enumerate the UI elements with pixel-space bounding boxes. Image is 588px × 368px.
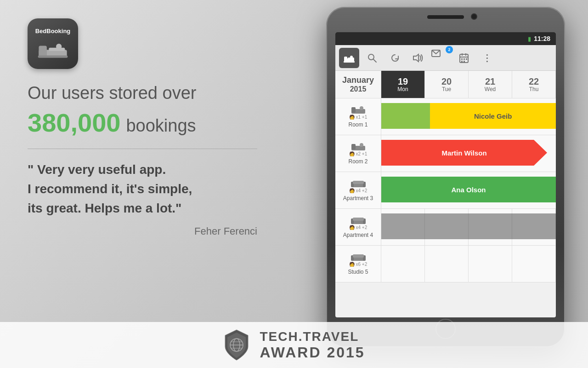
headline-suffix: bookings [126, 116, 196, 136]
booking-area-1[interactable]: Nicole Geib [381, 98, 556, 135]
room-info-4: 🧑 x4 +2 Apartment 4 [335, 209, 381, 245]
status-time: 11:28 [534, 35, 550, 42]
phone-body: ▮ 11:28 [326, 7, 565, 347]
left-panel: BedBooking Our users stored over 380,000… [0, 0, 303, 331]
home-button[interactable] [339, 48, 359, 68]
room-info-3: 🧑 x4 +2 Apartment 3 [335, 172, 381, 208]
grid-line [469, 209, 512, 245]
day-name-wed: Wed [485, 86, 496, 92]
room2-name: Room 2 [348, 158, 368, 165]
sound-icon [413, 53, 424, 63]
booking-area-3[interactable]: Ana Olson [381, 172, 556, 208]
award-shield-icon [223, 329, 250, 361]
day-col-21[interactable]: 21 Wed [469, 71, 512, 98]
day-name-mon: Mon [397, 86, 408, 92]
headline-number: 380,000 [28, 108, 120, 138]
bed-room-icon-1 [351, 105, 365, 115]
room-info-2: 🧑 x2 +1 Room 2 [335, 135, 381, 172]
room-row-3: 🧑 x4 +2 Apartment 3 Ana Olson [335, 172, 556, 209]
app-icon-title: BedBooking [35, 28, 71, 34]
svg-rect-24 [351, 107, 356, 113]
apt3-name: Apartment 3 [343, 195, 373, 201]
notifications-button[interactable]: 2 [431, 48, 451, 68]
sofa-icon-5 [351, 253, 366, 262]
booking-area-2[interactable]: Martin Wilson [381, 135, 556, 172]
quote-author: Feher Ferenci [28, 225, 257, 237]
room1-capacity: 🧑 x1 +1 [349, 115, 368, 120]
award-year: AWARD 2015 [260, 344, 365, 361]
grid-line [425, 209, 469, 245]
grid-line [469, 246, 512, 282]
quote-text: " Very very useful app. I recommend it, … [28, 160, 192, 218]
grid-line [512, 246, 556, 282]
svg-rect-32 [353, 181, 364, 184]
bed-icon-svg [37, 37, 69, 60]
room-info-1: 🧑 x1 +1 Room 1 [335, 98, 381, 135]
room-row-5: 🧑 x6 +2 Studio 5 [335, 246, 556, 282]
calendar-header: January 2015 19 Mon 20 Tue 21 Wed 22 T [335, 71, 556, 98]
room-info-5: 🧑 x6 +2 Studio 5 [335, 246, 381, 282]
calendar-icon [459, 53, 469, 63]
calendar-button[interactable] [454, 48, 474, 68]
booking-name-martin: Martin Wilson [441, 149, 486, 157]
booking-yellow-part: Nicole Geib [430, 103, 556, 129]
room1-name: Room 1 [348, 121, 368, 128]
apt4-name: Apartment 4 [343, 232, 373, 238]
headline-line1: Our users stored over [28, 83, 196, 104]
award-title: TECH.TRAVEL [260, 329, 359, 344]
booking-ana-olson[interactable]: Ana Olson [381, 177, 556, 202]
room-row-2: 🧑 x2 +1 Room 2 Martin Wilson [335, 135, 556, 172]
svg-rect-21 [461, 61, 463, 62]
headline-number-line: 380,000 bookings [28, 108, 196, 138]
app-toolbar: 2 ⋮ [335, 45, 556, 71]
bed-room-icon-2 [351, 142, 365, 151]
booking-nicole-geib[interactable]: Nicole Geib [381, 103, 556, 129]
svg-marker-12 [413, 54, 418, 62]
booking-name-nicole: Nicole Geib [474, 112, 512, 120]
booking-name-ana: Ana Olson [451, 186, 486, 194]
grid-line [512, 209, 556, 245]
svg-rect-40 [353, 254, 364, 258]
phone-speaker [427, 15, 464, 19]
sofa-icon-4 [351, 216, 366, 225]
more-icon: ⋮ [482, 52, 492, 63]
more-button[interactable]: ⋮ [477, 48, 497, 68]
booking-area-4[interactable] [381, 209, 556, 245]
svg-point-10 [368, 54, 374, 60]
bottom-bar: TECH.TRAVEL AWARD 2015 [0, 322, 588, 368]
svg-rect-6 [344, 57, 347, 61]
room2-capacity: 🧑 x2 +1 [349, 151, 368, 156]
svg-rect-20 [466, 58, 467, 60]
booking-martin-wilson[interactable]: Martin Wilson [381, 140, 547, 166]
room-row-1: 🧑 x1 +1 Room 1 Nicole Geib [335, 98, 556, 135]
sound-button[interactable] [408, 48, 428, 68]
grid-line [381, 209, 425, 245]
refresh-button[interactable] [385, 48, 405, 68]
svg-rect-27 [351, 144, 356, 150]
booking-area-5[interactable] [381, 246, 556, 282]
app-icon: BedBooking [28, 18, 78, 69]
day-col-19[interactable]: 19 Mon [381, 71, 425, 98]
day-name-thu: Thu [529, 86, 539, 92]
apt3-capacity: 🧑 x4 +2 [349, 188, 368, 193]
mail-icon [431, 48, 441, 58]
year-label: 2015 [350, 85, 367, 93]
month-year-cell: January 2015 [335, 71, 381, 98]
svg-rect-4 [38, 55, 68, 58]
apt4-capacity: 🧑 x4 +2 [349, 225, 368, 230]
day-col-20[interactable]: 20 Tue [425, 71, 469, 98]
svg-line-11 [373, 59, 376, 62]
day-name-tue: Tue [442, 86, 451, 92]
search-button[interactable] [362, 48, 382, 68]
home-bed-icon [343, 52, 355, 64]
notification-badge-count: 2 [446, 46, 453, 53]
studio5-name: Studio 5 [348, 269, 368, 275]
svg-point-28 [360, 143, 363, 147]
grid-line [381, 246, 425, 282]
grid-lines-4 [381, 209, 556, 245]
svg-rect-3 [49, 47, 65, 51]
month-label: January [342, 75, 374, 85]
quote-line2: I recommend it, it's simple, [28, 179, 192, 199]
day-col-22[interactable]: 22 Thu [512, 71, 556, 98]
grid-line [425, 246, 469, 282]
